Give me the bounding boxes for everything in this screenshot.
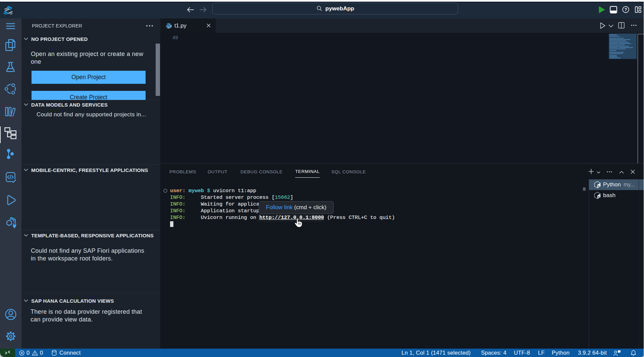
- svg-text:$: $: [598, 196, 599, 198]
- svg-text:?: ?: [625, 7, 627, 12]
- svg-text:$: $: [598, 185, 599, 188]
